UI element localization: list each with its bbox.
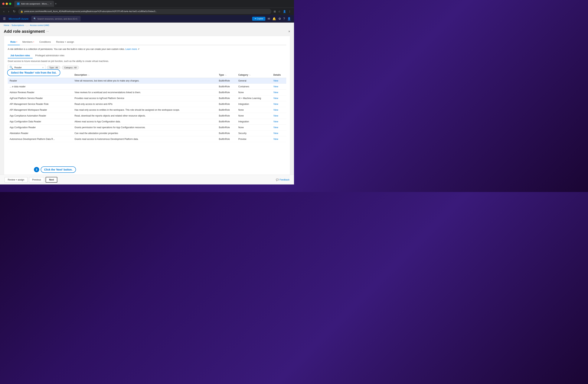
row-details[interactable]: View xyxy=(271,125,286,131)
breadcrumb-subscriptions[interactable]: Subscriptions xyxy=(12,24,24,26)
next-button[interactable]: Next xyxy=(46,177,57,183)
category-filter[interactable]: Category : All xyxy=(62,66,79,69)
row-type: BuiltInRole xyxy=(217,125,236,131)
menu-button[interactable]: ⋮ xyxy=(288,9,292,14)
user-icon[interactable]: 👤 xyxy=(287,17,291,20)
tab-bar-main: Role • Members • Conditions Review + ass… xyxy=(8,39,286,45)
close-traffic-light[interactable] xyxy=(2,3,4,5)
copilot-button[interactable]: ✦ Copilot xyxy=(252,17,265,21)
notification-icon[interactable]: 🔔 xyxy=(272,17,276,20)
type-filter-label: Type : All xyxy=(49,66,58,69)
breadcrumb-home[interactable]: Home xyxy=(4,24,9,26)
table-row[interactable]: App Compliance Automation ReaderRead, do… xyxy=(8,113,286,119)
refresh-button[interactable]: ↻ xyxy=(12,9,17,14)
breadcrumb-iam[interactable]: Access control (IAM) xyxy=(30,24,49,26)
col-description[interactable]: Description ↑↓ xyxy=(73,72,217,78)
row-details[interactable]: View xyxy=(271,96,286,101)
row-details[interactable]: View xyxy=(271,78,286,84)
maximize-traffic-light[interactable] xyxy=(9,3,11,5)
active-browser-tab[interactable]: A Add role assignment - Micro... × xyxy=(14,1,54,7)
table-row[interactable]: Autonomous Development Platform Data R..… xyxy=(8,136,286,142)
learn-more-link[interactable]: Learn more xyxy=(125,48,137,50)
tab-role[interactable]: Role • xyxy=(8,39,20,45)
global-search[interactable]: 🔍 Search resources, services, and docs (… xyxy=(31,16,81,21)
profile-button[interactable]: 👤 xyxy=(282,9,287,14)
row-category: Preview xyxy=(236,136,272,142)
row-details[interactable]: View xyxy=(271,113,286,119)
table-row[interactable]: Attestation ReaderCan read the attestati… xyxy=(8,131,286,136)
search-input[interactable] xyxy=(14,66,41,69)
bookmark-button[interactable]: ☆ xyxy=(277,9,281,14)
footer: Review + assign Previous Next 💬 Feedback xyxy=(0,175,294,184)
type-filter[interactable]: Type : All xyxy=(47,66,60,69)
table-row[interactable]: AgFood Platform Service ReaderProvides r… xyxy=(8,96,286,101)
new-tab-button[interactable]: + xyxy=(55,2,57,5)
row-details[interactable]: View xyxy=(271,107,286,113)
row-description: View reviews for a workload and recommen… xyxy=(73,90,217,96)
close-dialog-button[interactable]: × xyxy=(288,30,290,34)
minimize-traffic-light[interactable] xyxy=(6,3,8,5)
row-name: Autonomous Development Platform Data R..… xyxy=(8,136,73,142)
row-type: BuiltInRole xyxy=(217,90,236,96)
clear-search-button[interactable]: × xyxy=(42,66,44,69)
extensions-button[interactable]: ⊞ xyxy=(273,9,277,14)
table-row[interactable]: App Configuration ReaderGrants permissio… xyxy=(8,125,286,131)
row-details[interactable]: View xyxy=(271,119,286,125)
table-row[interactable]: ReaderView all resources, but does not a… xyxy=(8,78,286,84)
row-category: General xyxy=(236,78,272,84)
row-type: BuiltInRole xyxy=(217,113,236,119)
feedback-icon: 💬 xyxy=(276,178,279,181)
row-category: None xyxy=(236,113,272,119)
tab-members[interactable]: Members • xyxy=(20,39,37,45)
row-name: API Management Service Reader Role xyxy=(8,101,73,107)
sub-tab-privileged[interactable]: Privileged administrator roles xyxy=(33,53,67,58)
row-details[interactable]: View xyxy=(271,101,286,107)
row-name: App Configuration Reader xyxy=(8,125,73,131)
help-icon[interactable]: ? xyxy=(283,17,285,20)
next-callout-text: Click the 'Next' button. xyxy=(44,168,73,171)
row-description: Grants permission for read operations fo… xyxy=(73,125,217,131)
previous-button[interactable]: Previous xyxy=(29,177,44,182)
row-description: Allows read access to App Configuration … xyxy=(73,119,217,125)
sub-tab-job[interactable]: Job function roles xyxy=(8,53,33,58)
back-button[interactable]: ‹ xyxy=(2,9,5,14)
row-details[interactable]: View xyxy=(271,131,286,136)
row-description: Read, download the reports objects and r… xyxy=(73,113,217,119)
row-name: Attestation Reader xyxy=(8,131,73,136)
col-category[interactable]: Category ↑↓ xyxy=(236,72,272,78)
tab-bar: A Add role assignment - Micro... × + xyxy=(14,1,292,7)
address-bar[interactable]: 🔒 portal.azure.com/#view/Microsoft_Azure… xyxy=(18,9,271,14)
review-assign-button[interactable]: Review + assign xyxy=(4,177,27,182)
email-icon[interactable]: ✉ xyxy=(268,17,270,20)
table-row[interactable]: ... e data readerBuiltInRoleContainersVi… xyxy=(8,84,286,90)
row-details[interactable]: View xyxy=(271,136,286,142)
tab-review-assign-label: Review + assign xyxy=(56,40,74,43)
table-row[interactable]: Advisor Reviews ReaderView reviews for a… xyxy=(8,90,286,96)
row-name: ... e data reader xyxy=(8,84,73,90)
row-name: App Configuration Data Reader xyxy=(8,119,73,125)
table-row[interactable]: API Management Service Reader RoleRead-o… xyxy=(8,101,286,107)
tab-members-required: • xyxy=(33,41,34,43)
sidebar-toggle[interactable]: ☰ xyxy=(3,17,6,20)
row-type: BuiltInRole xyxy=(217,101,236,107)
lock-icon: 🔒 xyxy=(20,10,23,13)
table-row[interactable]: App Configuration Data ReaderAllows read… xyxy=(8,119,286,125)
feedback-label: Feedback xyxy=(279,178,290,181)
settings-icon[interactable]: ⚙ xyxy=(278,17,281,20)
tab-conditions[interactable]: Conditions xyxy=(37,39,53,45)
nav-bar: ‹ › ↻ 🔒 portal.azure.com/#view/Microsoft… xyxy=(0,8,294,15)
page-menu-button[interactable]: ··· xyxy=(46,30,49,33)
topbar-actions: ✦ Copilot ✉ 🔔 ⚙ ? 👤 xyxy=(252,17,291,21)
row-description: Grants read access to Autonomous Develop… xyxy=(73,136,217,142)
tab-title: Add role assignment - Micro... xyxy=(21,3,49,5)
row-type: BuiltInRole xyxy=(217,107,236,113)
row-details[interactable]: View xyxy=(271,84,286,90)
feedback-button[interactable]: 💬 Feedback xyxy=(276,178,290,181)
tab-review-assign[interactable]: Review + assign xyxy=(54,39,77,45)
row-details[interactable]: View xyxy=(271,90,286,96)
forward-button[interactable]: › xyxy=(7,9,10,14)
tab-close-button[interactable]: × xyxy=(50,2,51,5)
col-type[interactable]: Type ↑↓ xyxy=(217,72,236,78)
reader-callout-text: Select the 'Reader' role from the list. xyxy=(11,71,57,74)
table-row[interactable]: API Management Workspace ReaderHas read-… xyxy=(8,107,286,113)
